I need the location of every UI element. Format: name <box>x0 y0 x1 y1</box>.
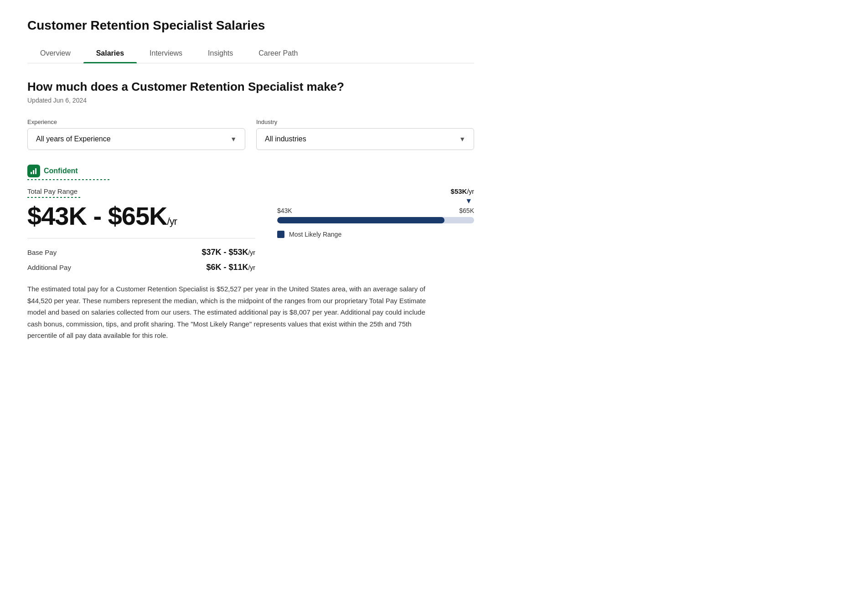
base-pay-label: Base Pay <box>27 248 57 256</box>
confident-badge: Confident <box>27 165 474 177</box>
legend-item: Most Likely Range <box>277 231 474 238</box>
range-max-label: $65K <box>459 207 474 214</box>
section-heading: How much does a Customer Retention Speci… <box>27 80 474 94</box>
base-pay-value: $37K - $53K/yr <box>202 248 255 257</box>
median-suffix: /yr <box>467 188 474 195</box>
experience-filter-group: Experience All years of Experience ▼ <box>27 119 245 150</box>
svg-rect-1 <box>33 170 34 174</box>
experience-label: Experience <box>27 119 245 125</box>
median-label: $53K/yr <box>277 187 474 195</box>
industry-selected-value: All industries <box>265 135 306 143</box>
confident-dotted-line <box>27 179 109 180</box>
additional-pay-value: $6K - $11K/yr <box>206 263 255 272</box>
total-pay-suffix: /yr <box>167 216 177 227</box>
base-pay-row: Base Pay $37K - $53K/yr <box>27 248 255 257</box>
tab-overview[interactable]: Overview <box>27 44 83 63</box>
filters-row: Experience All years of Experience ▼ Ind… <box>27 119 474 150</box>
experience-chevron-icon: ▼ <box>230 135 237 143</box>
pay-layout: Total Pay Range $43K - $65K/yr Base Pay … <box>27 187 474 272</box>
industry-chevron-icon: ▼ <box>459 135 465 143</box>
total-pay-dotted-line <box>27 197 82 198</box>
updated-date: Updated Jun 6, 2024 <box>27 97 474 104</box>
pay-right-panel: $53K/yr ▼ $43K $65K Most Likely Range <box>277 187 474 238</box>
total-pay-range: $43K - $65K/yr <box>27 203 255 229</box>
industry-filter-group: Industry All industries ▼ <box>256 119 474 150</box>
industry-select[interactable]: All industries ▼ <box>256 128 474 150</box>
range-min-label: $43K <box>277 207 292 214</box>
tab-insights[interactable]: Insights <box>195 44 246 63</box>
range-bar-fill <box>277 217 444 223</box>
experience-select[interactable]: All years of Experience ▼ <box>27 128 245 150</box>
confident-icon <box>27 165 40 177</box>
median-value: $53K <box>451 187 467 195</box>
tab-salaries[interactable]: Salaries <box>83 44 137 63</box>
svg-rect-2 <box>35 168 36 174</box>
total-pay-label: Total Pay Range <box>27 187 255 195</box>
tab-interviews[interactable]: Interviews <box>137 44 195 63</box>
additional-pay-label: Additional Pay <box>27 264 71 271</box>
confident-section: Confident <box>27 165 474 180</box>
range-bar-container <box>277 217 474 223</box>
legend-label: Most Likely Range <box>289 231 341 238</box>
description-text: The estimated total pay for a Customer R… <box>27 283 438 341</box>
pay-divider <box>27 238 255 238</box>
nav-tabs: Overview Salaries Interviews Insights Ca… <box>27 44 474 63</box>
additional-pay-row: Additional Pay $6K - $11K/yr <box>27 263 255 272</box>
page-title: Customer Retention Specialist Salaries <box>27 18 474 33</box>
tab-career-path[interactable]: Career Path <box>246 44 310 63</box>
legend-color-box <box>277 231 284 238</box>
confident-label: Confident <box>44 167 78 175</box>
industry-label: Industry <box>256 119 474 125</box>
total-pay-min: $43K <box>27 202 87 230</box>
pay-left-panel: Total Pay Range $43K - $65K/yr Base Pay … <box>27 187 255 272</box>
median-arrow-icon: ▼ <box>277 197 474 205</box>
total-pay-max: $65K <box>108 202 167 230</box>
pay-breakdown: Base Pay $37K - $53K/yr Additional Pay $… <box>27 248 255 272</box>
experience-selected-value: All years of Experience <box>36 135 111 143</box>
total-pay-dash: - <box>93 202 108 230</box>
range-bar-labels: $43K $65K <box>277 207 474 214</box>
svg-rect-0 <box>31 172 32 174</box>
